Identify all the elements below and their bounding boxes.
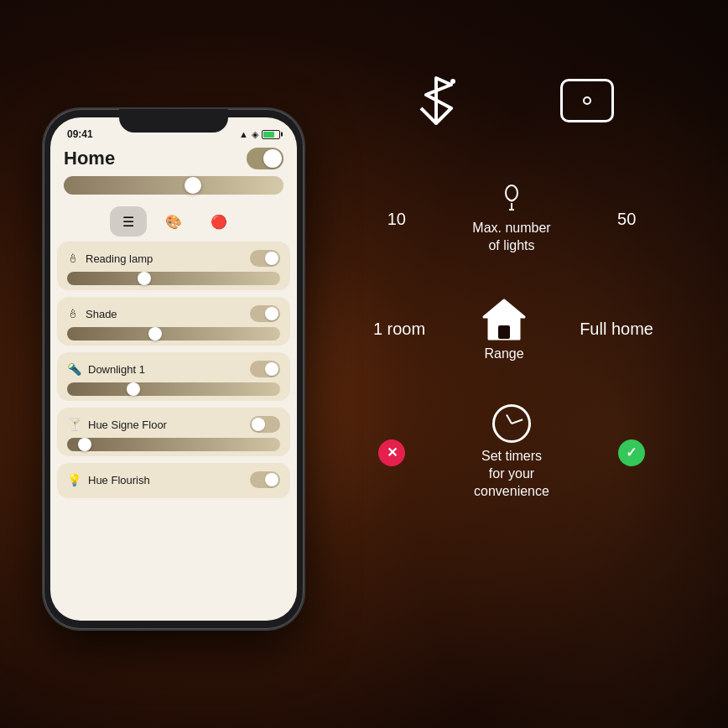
lamp-icon	[502, 185, 522, 215]
range-middle: Range	[481, 297, 528, 363]
wifi-icon: ◈	[252, 129, 258, 140]
ceiling-lamp-icon: 💡	[67, 473, 81, 486]
lights-middle: Max. number of lights	[472, 185, 550, 255]
timer-label: Set timers for your convenience	[474, 448, 549, 500]
light-name: Hue Signe Floor	[88, 419, 167, 431]
light-toggle[interactable]	[250, 361, 280, 377]
light-slider[interactable]	[67, 327, 280, 341]
list-item: 🕯 Shade	[57, 297, 290, 346]
phone-notch	[119, 109, 228, 133]
bluetooth-icon	[411, 71, 461, 130]
range-row: 1 room Range Full home	[327, 297, 696, 363]
light-slider[interactable]	[67, 272, 280, 285]
svg-point-1	[450, 79, 455, 84]
list-item: 🍸 Hue Signe Floor	[57, 408, 290, 456]
brightness-thumb	[185, 177, 201, 194]
light-name: Hue Flourish	[88, 474, 150, 486]
light-toggle-knob	[252, 418, 265, 431]
light-slider-thumb	[78, 438, 91, 451]
light-item-left: 🕯 Shade	[67, 307, 117, 320]
bluetooth-icon-container	[403, 67, 470, 134]
phone-frame: 09:41 ▲ ◈ Home	[44, 109, 304, 629]
light-toggle-knob	[265, 252, 278, 265]
max-lights-row: 10 Max. number of lights 50	[327, 185, 696, 255]
battery-fill	[263, 132, 274, 138]
list-item: 🔦 Downlight 1	[57, 352, 290, 401]
light-name: Downlight 1	[88, 363, 145, 376]
bridge-icon-box	[560, 79, 614, 122]
light-item-left: 🔦 Downlight 1	[67, 362, 145, 376]
list-item: 💡 Hue Flourish	[57, 463, 290, 498]
light-toggle-knob	[265, 362, 278, 376]
light-slider[interactable]	[67, 438, 280, 451]
bt-timer-unavailable: ✕	[378, 439, 405, 466]
light-item-left: 🍸 Hue Signe Floor	[67, 418, 167, 431]
top-icons-row	[327, 67, 696, 134]
timer-icon	[492, 404, 531, 443]
app-title: Home	[64, 148, 115, 169]
home-toggle-knob	[263, 149, 282, 168]
bridge-lights-value: 50	[597, 210, 656, 229]
svg-point-2	[506, 185, 517, 200]
light-item-header: 🍸 Hue Signe Floor	[67, 416, 280, 433]
comparison-content: 10 Max. number of lights 50 1 room	[327, 67, 696, 501]
light-item-left: 🕯 Reading lamp	[67, 252, 153, 265]
timer-row: ✕ Set timers for your convenience ✓	[327, 404, 696, 500]
bridge-icon-container	[554, 67, 621, 134]
light-toggle[interactable]	[250, 416, 280, 433]
tab-list[interactable]: ☰	[110, 206, 147, 237]
svg-line-0	[421, 108, 436, 123]
timer-middle: Set timers for your convenience	[474, 404, 549, 500]
bt-range-value: 1 room	[370, 320, 429, 339]
light-toggle-knob	[265, 307, 278, 320]
light-name: Reading lamp	[86, 252, 153, 265]
timer-section: ✕ Set timers for your convenience ✓	[327, 404, 696, 500]
max-lights-section: 10 Max. number of lights 50	[327, 185, 696, 255]
status-icons: ▲ ◈	[239, 129, 280, 140]
bridge-range-value: Full home	[580, 320, 653, 339]
light-toggle-knob	[265, 473, 278, 486]
light-item-header: 🔦 Downlight 1	[67, 361, 280, 377]
downlight-icon: 🔦	[67, 362, 81, 376]
light-toggle[interactable]	[250, 250, 280, 267]
light-toggle[interactable]	[250, 471, 280, 488]
light-toggle[interactable]	[250, 305, 280, 322]
house-icon	[481, 297, 528, 341]
range-section: 1 room Range Full home	[327, 297, 696, 363]
timer-minute-hand	[512, 419, 523, 425]
light-bulb-icon: 🕯	[67, 307, 79, 320]
light-name: Shade	[86, 308, 117, 320]
light-bulb-icon: 🕯	[67, 252, 79, 265]
home-toggle[interactable]	[247, 148, 283, 169]
tab-color[interactable]: 🔴	[200, 206, 237, 237]
range-label: Range	[485, 346, 524, 363]
floor-lamp-icon: 🍸	[67, 418, 81, 431]
light-item-header: 🕯 Reading lamp	[67, 250, 280, 267]
list-item: 🕯 Reading lamp	[57, 242, 290, 290]
app-header: Home	[50, 143, 297, 176]
bt-lights-value: 10	[367, 210, 426, 229]
status-time: 09:41	[67, 128, 93, 140]
phone-screen: 09:41 ▲ ◈ Home	[50, 117, 297, 621]
battery-icon	[262, 130, 280, 139]
phone-mockup: 09:41 ▲ ◈ Home	[44, 109, 304, 629]
signal-icon: ▲	[239, 129, 248, 139]
svg-rect-6	[498, 325, 510, 339]
light-item-header: 💡 Hue Flourish	[67, 471, 280, 488]
light-item-header: 🕯 Shade	[67, 305, 280, 322]
tab-bar: ☰ 🎨 🔴	[50, 203, 297, 242]
light-slider-thumb	[148, 327, 162, 341]
lights-label: Max. number of lights	[472, 220, 550, 255]
bridge-timer-available: ✓	[618, 439, 645, 466]
bridge-dot	[583, 96, 591, 105]
brightness-slider[interactable]	[64, 176, 283, 195]
light-slider-thumb	[138, 272, 151, 285]
light-item-left: 💡 Hue Flourish	[67, 473, 150, 486]
light-list: 🕯 Reading lamp 🕯	[50, 242, 297, 505]
tab-scene[interactable]: 🎨	[155, 206, 192, 237]
light-slider[interactable]	[67, 382, 280, 396]
light-slider-thumb	[127, 382, 140, 396]
